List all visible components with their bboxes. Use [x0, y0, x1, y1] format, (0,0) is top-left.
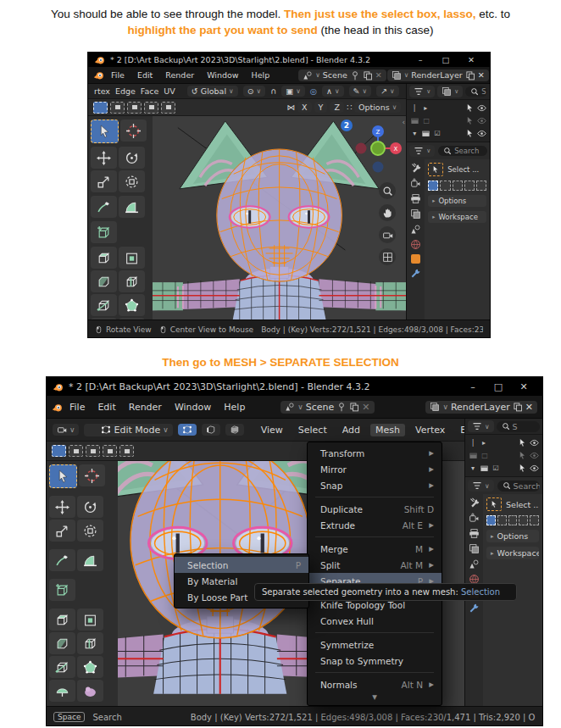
titlebar[interactable]: * 2 [D:\Art Backup\Art 2023\3D\Starlight… — [88, 53, 490, 67]
menu-item-extrude[interactable]: ExtrudeAlt E▶ — [308, 517, 442, 533]
tool-loop-cut[interactable] — [77, 632, 103, 654]
tab-modifier-wrench-icon[interactable] — [469, 603, 480, 614]
select-mode-edge[interactable]: Edge — [115, 86, 136, 96]
tool-bevel[interactable] — [91, 270, 117, 292]
mirror-icon[interactable]: ⋈ — [287, 103, 296, 112]
tool-select-box[interactable] — [91, 119, 119, 143]
tool-annotate[interactable] — [49, 549, 75, 571]
tool-move[interactable] — [91, 147, 117, 169]
outliner-row-active-collection[interactable]: ▾ ☑ — [469, 462, 539, 475]
properties-search[interactable]: Search — [497, 481, 540, 492]
tab-scene-icon[interactable] — [469, 559, 480, 570]
menu-render[interactable]: Render — [123, 401, 168, 414]
select-mode-uv[interactable]: UV — [164, 86, 175, 96]
proportional-falloff-dropdown[interactable]: ∧∨ — [322, 86, 344, 97]
properties-search[interactable]: Search — [438, 146, 487, 156]
menu-window[interactable]: Window — [169, 401, 217, 414]
outliner-display-dropdown[interactable]: ∨ — [437, 86, 463, 97]
tool-knife[interactable] — [91, 294, 117, 316]
tool-smooth[interactable] — [77, 680, 103, 702]
edge-select-button[interactable] — [202, 424, 220, 436]
mode-extend-button[interactable] — [440, 181, 450, 191]
minimize-button[interactable]: – — [408, 55, 433, 64]
maximize-button[interactable]: □ — [433, 55, 458, 64]
menu-item-normals[interactable]: NormalsAlt N▶ — [308, 676, 442, 692]
tool-select-box[interactable] — [49, 464, 77, 488]
cursor-select-icon[interactable] — [518, 464, 527, 473]
close-button[interactable]: ✕ — [458, 55, 484, 64]
tool-inset-faces[interactable] — [119, 247, 145, 269]
unlink-icon[interactable]: ✕ — [362, 402, 369, 413]
mode-set-button[interactable] — [486, 515, 496, 525]
editor-type-dropdown[interactable]: ∨ — [53, 424, 79, 436]
workspace-panel-header[interactable]: ▸Workspace — [428, 211, 486, 223]
viewport-3d[interactable]: 2 Z X — [153, 116, 406, 320]
unlink-icon[interactable]: ✕ — [375, 70, 382, 80]
gizmo-dropdown[interactable]: ↗∨ — [376, 86, 399, 97]
select-intersect-mode-button[interactable] — [119, 445, 134, 457]
minimize-button[interactable]: – — [460, 381, 486, 392]
tool-cursor[interactable] — [120, 119, 147, 142]
select-set-mode-button[interactable] — [52, 445, 66, 457]
select-invert-mode-button[interactable] — [144, 102, 158, 114]
menu-item-merge[interactable]: MergeM▶ — [308, 541, 442, 557]
copy-icon[interactable] — [349, 402, 359, 412]
outliner-row-scene[interactable]: |▸ — [410, 102, 486, 114]
cursor-select-icon[interactable] — [465, 103, 475, 113]
options-panel-header[interactable]: ▸Options — [428, 195, 486, 207]
outliner-row-collection[interactable]: □ — [410, 114, 486, 127]
eye-icon[interactable] — [477, 129, 486, 138]
cursor-select-icon[interactable] — [518, 438, 527, 447]
annotate-dropdown[interactable]: ✎∨ — [349, 86, 372, 97]
menu-item-transform[interactable]: Transform▶ — [308, 445, 442, 461]
mirror-z-button[interactable]: Z — [330, 102, 344, 113]
menu-render[interactable]: Render — [159, 69, 200, 81]
tool-transform[interactable] — [119, 170, 145, 192]
active-tool-row[interactable]: Select ... — [428, 163, 486, 176]
select-extend-mode-button[interactable] — [110, 102, 125, 114]
tab-output-icon[interactable] — [469, 528, 480, 539]
proportional-edit-icon[interactable]: ◎ — [310, 86, 317, 96]
tool-scale[interactable] — [91, 170, 117, 192]
tab-output-icon[interactable] — [410, 193, 421, 204]
menu-mesh[interactable]: Mesh — [370, 424, 405, 436]
outliner-row-scene[interactable]: |▸ — [469, 436, 539, 449]
scene-selector[interactable]: ∨ Scene ✕ — [298, 69, 386, 81]
mirror-x-button[interactable]: X — [297, 102, 312, 113]
region-collapse-arrow[interactable]: ‹ — [403, 118, 406, 126]
pin-icon[interactable] — [336, 402, 347, 412]
tab-tool-icon[interactable] — [410, 163, 421, 174]
blender-menu-icon[interactable] — [93, 69, 104, 81]
viewlayer-selector[interactable]: ∨ RenderLayer ✕ — [425, 401, 537, 414]
menu-item-snap-to-symmetry[interactable]: Snap to Symmetry — [308, 653, 442, 669]
options-dropdown[interactable]: Options ∨ — [354, 102, 401, 113]
outliner-row-active-collection[interactable]: ▾ ☑ — [410, 127, 486, 140]
navigation-gizmo[interactable]: Z X — [354, 123, 402, 175]
tab-viewlayer-icon[interactable] — [469, 543, 480, 554]
pivot-point-dropdown[interactable]: ⊙∨ — [243, 86, 266, 97]
close-button[interactable]: ✕ — [511, 381, 536, 392]
tool-poly-build[interactable] — [77, 656, 103, 678]
menu-edit[interactable]: Edit — [92, 401, 121, 414]
transform-orientation-dropdown[interactable]: ↺ Global ∨ — [187, 86, 238, 97]
tool-annotate[interactable] — [91, 196, 117, 218]
tool-knife[interactable] — [49, 656, 75, 678]
select-invert-mode-button[interactable] — [103, 445, 117, 457]
eye-icon[interactable] — [530, 438, 539, 447]
select-intersect-mode-button[interactable] — [161, 102, 175, 114]
menu-help[interactable]: Help — [218, 401, 251, 414]
menu-file[interactable]: File — [64, 401, 91, 414]
menu-item-symmetrize[interactable]: Symmetrize — [308, 636, 442, 653]
select-subtract-mode-button[interactable] — [86, 445, 100, 457]
tool-poly-build[interactable] — [119, 294, 145, 316]
tool-add-cube[interactable] — [49, 579, 75, 601]
tab-world-icon[interactable] — [410, 239, 421, 250]
mode-intersect-button[interactable] — [530, 515, 539, 525]
snap-target-dropdown[interactable]: ▣∨ — [281, 86, 305, 97]
tab-render-icon[interactable] — [469, 513, 480, 524]
pin-icon[interactable] — [350, 70, 360, 81]
properties-filter-dropdown[interactable]: ∨ — [468, 480, 494, 492]
menu-item-duplicate[interactable]: DuplicateShift D — [308, 501, 442, 517]
menu-add[interactable]: Add — [337, 424, 365, 436]
tool-rotate[interactable] — [77, 496, 103, 518]
